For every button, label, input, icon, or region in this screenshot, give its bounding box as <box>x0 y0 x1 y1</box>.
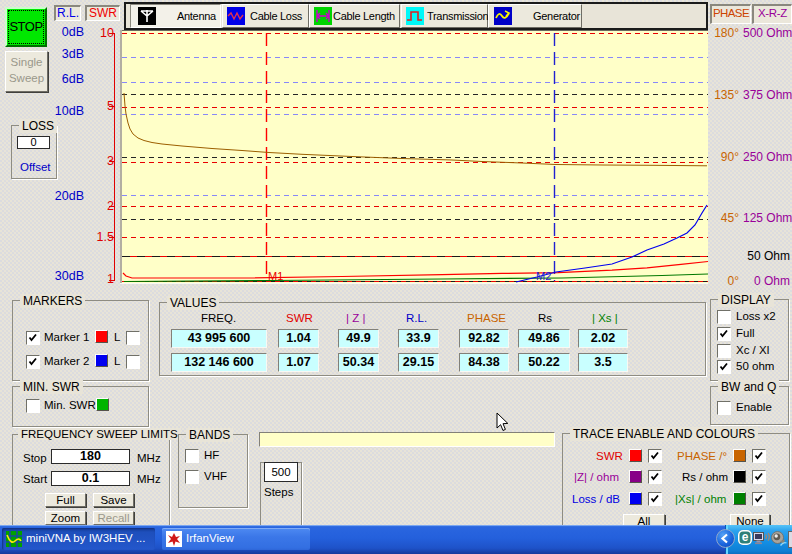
svg-text:M1: M1 <box>268 270 283 282</box>
svg-text:M2: M2 <box>536 270 551 282</box>
